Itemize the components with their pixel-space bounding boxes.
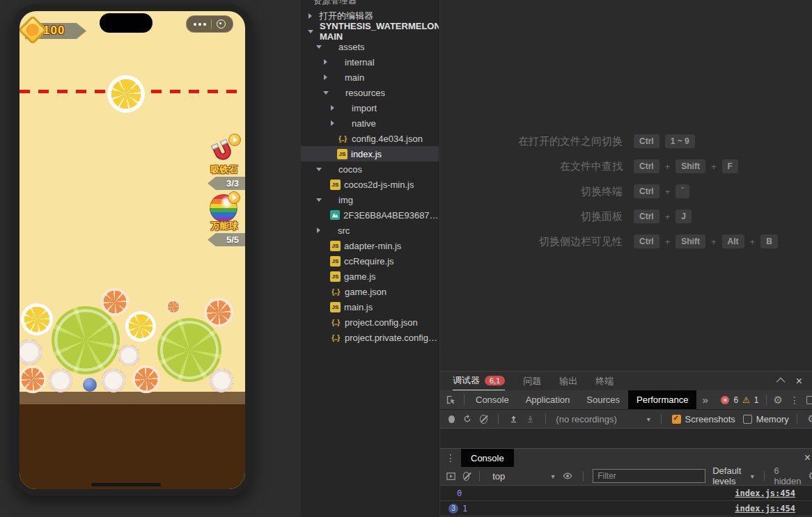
lime-fruit: [52, 306, 120, 374]
tree-item-ccrequire-js[interactable]: ccRequire.js: [301, 253, 439, 269]
tree-item-index-js[interactable]: index.js: [301, 146, 439, 161]
devtools-tab-sources[interactable]: Sources: [578, 390, 628, 409]
ground: [19, 404, 245, 489]
upload-profile-icon[interactable]: [509, 415, 518, 424]
tree-item-main-js[interactable]: main.js: [301, 299, 439, 315]
phone-frame: 100: [13, 4, 252, 496]
console-filter-input[interactable]: [593, 469, 705, 483]
plus-separator: +: [665, 237, 671, 247]
tree-item-2f3e6b8a4be936870---[interactable]: 2F3E6B8A4BE936870...: [301, 207, 439, 223]
devtools-tab-application[interactable]: Application: [517, 390, 579, 409]
close-panel-icon[interactable]: ×: [796, 376, 802, 387]
console-settings-gear-icon[interactable]: ⚙: [809, 470, 812, 482]
console-log-area: 0index.js:45431index.js:4543可以消除了index.j…: [440, 486, 812, 517]
log-levels-dropdown[interactable]: Default levels ▾: [712, 466, 754, 486]
play-badge-icon: [228, 191, 240, 204]
tree-item-game-json[interactable]: game.json: [301, 284, 439, 299]
panel-tab-label: 问题: [523, 375, 541, 388]
more-icon[interactable]: [194, 23, 206, 26]
key-cap: B: [760, 234, 778, 248]
drawer-menu-icon[interactable]: ⋮: [440, 452, 461, 463]
clear-console-icon[interactable]: [463, 472, 469, 481]
key-cap: Ctrl: [634, 209, 659, 223]
panel-tab-输出[interactable]: 输出: [559, 372, 577, 390]
screenshots-label[interactable]: Screenshots: [685, 414, 735, 424]
reload-and-record-icon[interactable]: [462, 414, 472, 424]
devtools-tab-console[interactable]: Console: [467, 390, 517, 409]
panel-tab-终端[interactable]: 终端: [595, 372, 614, 390]
explorer-tree: assetsinternalmainresourcesimportnativec…: [301, 39, 439, 345]
record-button[interactable]: [448, 415, 455, 423]
context-dropdown[interactable]: top ▾: [492, 471, 554, 482]
tree-item-project-private-config-js---[interactable]: project.private.config.js...: [301, 330, 439, 345]
plus-separator: +: [711, 161, 717, 172]
powerup-magnet-count: 3/3: [208, 177, 245, 190]
capture-settings-gear-icon[interactable]: ⚙: [808, 413, 812, 425]
performance-toolbar: (no recordings) ▾ Screenshots Memory ⚙: [440, 410, 812, 429]
panel-tab-问题[interactable]: 问题: [523, 372, 541, 390]
console-drawer-tab[interactable]: Console: [461, 449, 514, 467]
chevron-down-icon: [308, 30, 313, 33]
shortcut-row: 切换终端Ctrl+`: [440, 184, 812, 199]
exit-circle-icon[interactable]: [217, 19, 226, 29]
folder-open-yellow-icon: [324, 41, 335, 52]
settings-gear-icon[interactable]: ⚙: [774, 394, 783, 406]
tree-item-src[interactable]: src: [301, 223, 439, 238]
devtools-tab-performance[interactable]: Performance: [628, 390, 696, 409]
powerup-magnet-label: 吸铁石: [205, 164, 244, 176]
workspace-root[interactable]: SYNTHESIS_WATERMELON-MAIN: [301, 24, 439, 39]
tree-item-label: game.js: [344, 271, 376, 282]
chevron-down-icon: [316, 198, 322, 202]
key-cap: F: [722, 159, 738, 173]
error-count[interactable]: 6: [733, 395, 738, 405]
blueberry-fruit: [83, 378, 97, 392]
tree-item-label: main: [345, 72, 364, 83]
close-drawer-icon[interactable]: ×: [804, 452, 812, 463]
js-icon: [330, 256, 341, 267]
tree-item-native[interactable]: native: [301, 116, 439, 131]
console-sidebar-icon[interactable]: [446, 471, 456, 482]
tree-item-game-js[interactable]: game.js: [301, 269, 439, 284]
tree-item-cocos[interactable]: cocos: [301, 161, 439, 177]
chevron-right-icon: [309, 13, 312, 19]
memory-checkbox[interactable]: [743, 415, 752, 424]
tree-item-label: img: [338, 195, 353, 205]
tree-item-resources[interactable]: resources: [301, 85, 439, 100]
recordings-dropdown[interactable]: (no recordings) ▾: [556, 414, 650, 424]
screenshots-checkbox[interactable]: [672, 415, 681, 424]
tree-item-img[interactable]: img: [301, 192, 439, 207]
warning-count[interactable]: 1: [754, 395, 759, 405]
tree-item-config-4e034-json[interactable]: config.4e034.json: [301, 131, 439, 146]
play-badge-icon: [228, 134, 241, 146]
caret-down-icon: ▾: [647, 415, 650, 423]
caret-down-icon: ▾: [551, 472, 554, 480]
panel-tab-label: 调试器: [453, 374, 480, 387]
tree-item-main[interactable]: main: [301, 70, 439, 85]
score-value: 100: [43, 24, 65, 38]
console-source-link[interactable]: index.js:454: [735, 504, 795, 514]
eye-icon[interactable]: [562, 470, 573, 482]
more-tabs-icon[interactable]: »: [696, 394, 713, 406]
tree-item-label: config.4e034.json: [352, 134, 423, 144]
lemon-fruit: [21, 303, 53, 335]
dock-side-icon[interactable]: [806, 396, 812, 404]
tree-item-adapter-min-js[interactable]: adapter-min.js: [301, 238, 439, 253]
game-screen[interactable]: 100: [19, 11, 245, 489]
tree-item-import[interactable]: import: [301, 100, 439, 116]
tree-item-cocos2d-js-min-js[interactable]: cocos2d-js-min.js: [301, 177, 439, 192]
ground-strip: [19, 392, 245, 404]
chevron-down-icon: [323, 91, 329, 95]
memory-label[interactable]: Memory: [756, 414, 789, 424]
tree-item-project-config-json[interactable]: project.config.json: [301, 315, 439, 330]
console-source-link[interactable]: index.js:454: [735, 488, 795, 498]
download-profile-icon[interactable]: [526, 415, 535, 424]
inspect-element-icon[interactable]: [440, 395, 461, 405]
plus-separator: +: [750, 237, 756, 247]
panel-tab-调试器[interactable]: 调试器6,1: [453, 372, 505, 390]
tree-item-internal[interactable]: internal: [301, 54, 439, 70]
maximize-panel-icon[interactable]: [776, 378, 785, 387]
json-icon: [330, 332, 341, 343]
devtools-menu-icon[interactable]: ⋮: [787, 395, 802, 406]
clear-recordings-icon[interactable]: [480, 415, 487, 424]
explorer-panel: 资源管理器 打开的编辑器 SYNTHESIS_WATERMELON-MAIN a…: [301, 0, 439, 517]
